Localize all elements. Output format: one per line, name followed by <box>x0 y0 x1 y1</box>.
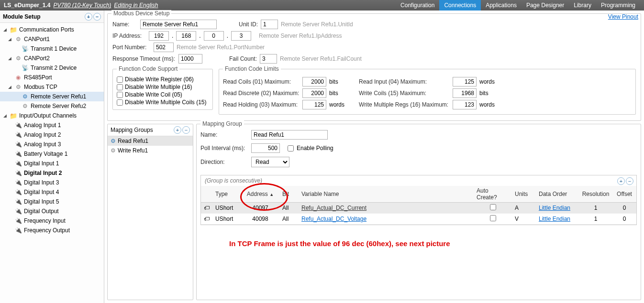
disable-write-multiple-coils-checkbox[interactable] <box>117 99 123 106</box>
read-coils-max-input[interactable] <box>302 77 326 87</box>
tree-frequency-output[interactable]: Frequency Output <box>0 226 104 235</box>
tree-analog-input-3[interactable]: Analog Input 3 <box>0 140 104 149</box>
menu-connections[interactable]: Connections <box>439 0 481 11</box>
mapping-group-name-input[interactable] <box>251 130 328 140</box>
table-row[interactable]: 🏷 UShort 40098 All Refu_Actual_DC_Voltag… <box>201 214 636 225</box>
write-coils-max-input[interactable] <box>453 88 477 98</box>
menu-library[interactable]: Library <box>569 0 596 11</box>
tree-io-channels[interactable]: ◢Input/Output Channels <box>0 111 104 120</box>
ip-octet-1[interactable] <box>149 31 169 41</box>
plug-icon <box>14 131 22 139</box>
tree-transmit1[interactable]: Transmit 1 Device <box>0 44 104 54</box>
menu-programming[interactable]: Programming <box>596 0 640 11</box>
mapping-group-read-refu1[interactable]: Read Refu1 <box>108 136 193 146</box>
tree-rs485port[interactable]: RS485Port <box>0 73 104 82</box>
mapping-table: + − (Group is consecutive) Type Address … <box>200 175 637 225</box>
plug-icon <box>14 169 22 177</box>
gear-icon <box>14 35 22 43</box>
app-title: LS_eDumper_1.4 <box>4 2 50 9</box>
port-label: Port Number: <box>112 44 151 51</box>
col-variable-name[interactable]: Variable Name <box>299 186 474 203</box>
mapping-group-add-button[interactable]: + <box>174 126 181 134</box>
response-timeout-input[interactable] <box>178 54 202 64</box>
tree-canport1[interactable]: ◢CANPort1 <box>0 34 104 44</box>
tree-remote-server-refu1[interactable]: Remote Server Refu1 <box>0 92 104 101</box>
read-discrete-max-input[interactable] <box>302 88 326 98</box>
menu-configuration[interactable]: Configuration <box>396 0 439 11</box>
gear-icon <box>21 93 29 100</box>
tree-battery-voltage-1[interactable]: Battery Voltage 1 <box>0 149 104 159</box>
response-timeout-label: Response Timeout (ms): <box>112 55 176 62</box>
auto-create-checkbox[interactable] <box>490 204 496 210</box>
ip-octet-4[interactable] <box>231 31 251 41</box>
read-input-max-input[interactable] <box>453 77 477 87</box>
table-remove-button[interactable]: − <box>626 177 633 185</box>
col-type[interactable]: Type <box>212 186 241 203</box>
disable-write-multiple-checkbox[interactable] <box>117 84 123 90</box>
tree-digital-input-5[interactable]: Digital Input 5 <box>0 197 104 206</box>
data-order-link[interactable]: Little Endian <box>539 205 570 211</box>
modbus-device-setup-panel: Modbus Device Setup Name: Unit ID: Remot… <box>107 13 641 121</box>
mapping-group-remove-button[interactable]: − <box>182 126 190 134</box>
tree-analog-input-1[interactable]: Analog Input 1 <box>0 120 104 130</box>
antenna-icon <box>21 45 29 53</box>
col-bit[interactable]: Bit <box>279 186 299 203</box>
ip-octet-3[interactable] <box>204 31 224 41</box>
read-holding-max-input[interactable] <box>302 100 326 109</box>
plug-icon <box>14 160 22 167</box>
tree-transmit2[interactable]: Transmit 2 Device <box>0 63 104 73</box>
tree-analog-input-2[interactable]: Analog Input 2 <box>0 130 104 140</box>
enable-polling-checkbox[interactable] <box>288 145 294 152</box>
tree-digital-input-4[interactable]: Digital Input 4 <box>0 187 104 197</box>
mapping-groups-panel: Mapping Groups + − Read Refu1 Write Refu… <box>107 124 193 300</box>
unitid-hint: Remote Server Refu1.UnitId <box>281 21 353 28</box>
device-link[interactable]: PV780 (10-Key Touch) <box>53 2 111 9</box>
poll-interval-input[interactable] <box>251 143 280 153</box>
failcount-input[interactable] <box>260 54 277 64</box>
tree-frequency-input[interactable]: Frequency Input <box>0 216 104 226</box>
variable-link[interactable]: Refu_Actual_DC_Voltage <box>301 216 366 222</box>
table-row[interactable]: 🏷 UShort 40097 All Refu_Actual_DC_Curren… <box>201 203 636 214</box>
port-input[interactable] <box>154 43 174 52</box>
folder-icon <box>10 26 17 33</box>
editing-mode[interactable]: Editing in English <box>114 2 158 9</box>
col-units[interactable]: Units <box>512 186 536 203</box>
panel-title: Modbus Device Setup <box>111 10 171 17</box>
plug-icon <box>14 188 22 196</box>
col-address[interactable]: Address ▲ <box>241 186 279 203</box>
tree-digital-input-1[interactable]: Digital Input 1 <box>0 159 104 168</box>
write-multiple-regs-max-input[interactable] <box>453 100 477 109</box>
col-offset[interactable]: Offset <box>612 186 636 203</box>
plug-icon <box>14 141 22 148</box>
tree-modbus-tcp[interactable]: ◢Modbus TCP <box>0 82 104 92</box>
col-data-order[interactable]: Data Order <box>536 186 579 203</box>
mapping-group-write-refu1[interactable]: Write Refu1 <box>108 146 193 155</box>
plug-icon <box>14 198 22 206</box>
disable-write-register-checkbox[interactable] <box>117 76 123 83</box>
menu-applications[interactable]: Applications <box>481 0 522 11</box>
col-auto-create[interactable]: Auto Create? <box>474 186 512 203</box>
menu-page-designer[interactable]: Page Designer <box>522 0 569 11</box>
sidebar-remove-button[interactable]: − <box>93 13 101 21</box>
tree-canport2[interactable]: ◢CANPort2 <box>0 54 104 63</box>
gear-icon <box>21 102 29 110</box>
tree-communication-ports[interactable]: ◢Communication Ports <box>0 25 104 34</box>
direction-select[interactable]: Read <box>251 157 289 167</box>
col-resolution[interactable]: Resolution <box>579 186 612 203</box>
mapping-groups-title: Mapping Groups <box>111 127 153 133</box>
group-consecutive-note: (Group is consecutive) <box>201 175 636 186</box>
variable-link[interactable]: Refu_Actual_DC_Current <box>301 205 366 211</box>
unitid-input[interactable] <box>261 20 278 29</box>
disable-write-coil-checkbox[interactable] <box>117 92 123 98</box>
ip-octet-2[interactable] <box>176 31 196 41</box>
data-order-link[interactable]: Little Endian <box>539 216 570 222</box>
tree-digital-output[interactable]: Digital Output <box>0 206 104 216</box>
sidebar-add-button[interactable]: + <box>85 13 92 21</box>
module-setup-sidebar: Module Setup + − ◢Communication Ports ◢C… <box>0 11 104 303</box>
tree-digital-input-2[interactable]: Digital Input 2 <box>0 168 104 178</box>
table-add-button[interactable]: + <box>617 177 625 185</box>
tree-remote-server-refu2[interactable]: Remote Server Refu2 <box>0 101 104 111</box>
tree-digital-input-3[interactable]: Digital Input 3 <box>0 178 104 187</box>
auto-create-checkbox[interactable] <box>490 215 496 221</box>
device-name-input[interactable] <box>140 20 217 29</box>
